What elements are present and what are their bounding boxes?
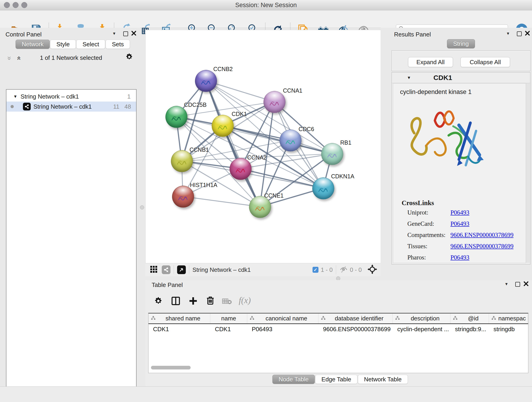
table-horizontal-scrollbar[interactable] (151, 366, 191, 370)
tab-edge-table[interactable]: Edge Table (315, 375, 357, 384)
column-header-name[interactable]: name (210, 313, 247, 323)
table-cell[interactable]: P06493 (247, 324, 318, 334)
tab-node-table[interactable]: Node Table (272, 375, 315, 384)
network-node-CCNB1[interactable] (171, 150, 193, 172)
status-bar: Memory (0, 386, 532, 402)
control-panel-close-icon[interactable] (131, 31, 137, 37)
column-header-@id[interactable]: @id (450, 313, 489, 323)
delete-table-icon (222, 298, 232, 306)
table-cell[interactable]: stringdb:9... (450, 324, 489, 334)
tab-string[interactable]: String (447, 39, 475, 48)
crosslink-row: Pharos:P06493 (407, 254, 522, 261)
network-node-CCNA1[interactable] (264, 91, 285, 113)
crosslink-row: Tissues:9606.ENSP00000378699 (407, 243, 522, 250)
results-panel-float-icon[interactable] (517, 32, 522, 36)
grid-view-icon[interactable] (150, 265, 158, 274)
add-column-icon[interactable] (188, 296, 198, 307)
protein-thumbnail (326, 151, 338, 161)
protein-thumbnail (285, 138, 297, 148)
crosslink-label: GeneCard: (407, 220, 450, 227)
crosslink-label: Tissues: (407, 243, 450, 250)
network-node-HIST1H1A[interactable] (172, 186, 194, 208)
table-settings-gear-icon[interactable] (153, 296, 163, 307)
table-cell[interactable]: CDK1 (148, 324, 210, 334)
left-splitter-handle[interactable] (140, 205, 144, 210)
crosslink-value-link[interactable]: P06493 (450, 220, 469, 227)
crosslink-value-link[interactable]: 9606.ENSP00000378699 (450, 231, 513, 239)
tab-network[interactable]: Network (16, 40, 50, 49)
node-label-CDC25B: CDC25B (184, 102, 207, 108)
column-header-database-identifier[interactable]: database identifier (318, 313, 393, 323)
control-panel-float-icon[interactable] (123, 32, 128, 36)
column-attribute-icon (249, 316, 254, 321)
table-cell[interactable]: cyclin-dependent ... (393, 324, 450, 334)
entry-collapse-icon[interactable]: ▼ (407, 75, 411, 80)
crosshair-icon[interactable] (367, 264, 377, 275)
crosslinks-list: Uniprot:P06493GeneCard:P06493Compartment… (407, 209, 522, 265)
show-columns-icon[interactable] (171, 296, 181, 307)
crosslink-value-link[interactable]: P06493 (450, 209, 469, 216)
table-cell[interactable]: 9606.ENSP00000378699 (318, 324, 393, 334)
protein-thumbnail (234, 166, 247, 176)
results-panel-collapse-icon[interactable]: ▼ (506, 32, 510, 36)
column-header-description[interactable]: description (393, 313, 450, 323)
network-share-icon[interactable] (162, 265, 171, 274)
results-panel-close-icon[interactable] (525, 31, 530, 37)
tab-network-table[interactable]: Network Table (358, 375, 408, 384)
control-panel: Control Panel ▼ NetworkStyleSelectSets »… (0, 28, 140, 386)
crosslink-row: Compartments:9606.ENSP00000378699 (407, 231, 522, 239)
column-header-canonical-name[interactable]: canonical name (247, 313, 318, 323)
collection-count: 1 (127, 93, 131, 100)
window-title: Session: New Session (0, 2, 532, 9)
crosslink-value-link[interactable]: P06493 (450, 254, 469, 261)
network-node-CCNA2[interactable] (230, 158, 252, 180)
tab-sets[interactable]: Sets (106, 40, 130, 49)
expand-all-button[interactable]: Expand All (408, 57, 453, 67)
network-tree: ▼ String Network – cdk1 1 String Network… (6, 89, 137, 402)
table-panel-close-icon[interactable] (523, 281, 529, 287)
network-node-CDC6[interactable] (279, 129, 302, 152)
title-bar: Session: New Session (0, 0, 532, 10)
results-scrollbar[interactable] (526, 83, 530, 263)
table-row[interactable]: CDK1CDK1P064939606.ENSP00000378699cyclin… (148, 324, 528, 334)
protein-thumbnail (200, 78, 212, 88)
table-cell[interactable]: CDK1 (210, 324, 247, 334)
network-canvas[interactable]: CCNB2CCNA1CDC25BCDK1CDC6RB1CCNB1CCNA2CDK… (145, 30, 381, 264)
gear-icon[interactable] (125, 52, 133, 62)
selected-checkbox-icon[interactable]: ✓ (312, 267, 318, 273)
table-cell[interactable]: stringdb (489, 324, 528, 334)
tab-style[interactable]: Style (50, 40, 76, 49)
control-panel-collapse-icon[interactable]: ▼ (112, 32, 116, 36)
column-header-shared-name[interactable]: shared name (148, 313, 210, 323)
crosslink-value-link[interactable]: 9606.ENSP00000378699 (450, 243, 513, 250)
results-panel-title: Results Panel (394, 31, 431, 38)
network-edge[interactable] (240, 169, 323, 188)
divider (189, 265, 189, 274)
collapse-all-button[interactable]: Collapse All (461, 57, 510, 67)
network-node-CDC25B[interactable] (165, 106, 187, 128)
network-collection-row[interactable]: ▼ String Network – cdk1 1 (6, 91, 136, 102)
birds-eye-view-icon[interactable] (177, 265, 186, 274)
control-panel-title: Control Panel (6, 31, 42, 38)
tree-expand-icon[interactable]: ▼ (13, 94, 17, 99)
network-node-CCNE1[interactable] (249, 196, 271, 218)
network-node-CDK1[interactable] (212, 115, 234, 137)
protein-thumbnail (171, 114, 182, 124)
table-panel-collapse-icon[interactable]: ▼ (505, 282, 508, 287)
network-node-CCNB2[interactable] (195, 70, 217, 92)
collapse-all-icon[interactable]: » (6, 56, 13, 60)
network-node-RB1[interactable] (321, 143, 343, 165)
results-entry-section: ▼ CDK1 cyclin-dependent kinase 1 CrossLi… (392, 72, 530, 264)
network-node-CDKN1A[interactable] (312, 177, 334, 199)
delete-column-trash-icon[interactable] (206, 296, 215, 306)
tab-select[interactable]: Select (76, 40, 105, 49)
protein-structure-image (400, 99, 489, 191)
expand-all-icon[interactable]: » (14, 56, 22, 60)
network-selection-status: 1 of 1 Network selected (27, 54, 114, 61)
network-edge[interactable] (183, 196, 260, 207)
node-label-CCNA1: CCNA1 (283, 87, 302, 94)
table-panel-float-icon[interactable] (515, 282, 520, 287)
network-row[interactable]: String Network – cdk1 11 48 (6, 102, 136, 112)
gene-entry-header[interactable]: ▼ CDK1 (392, 72, 530, 83)
column-header-namespac[interactable]: namespac (489, 313, 528, 323)
